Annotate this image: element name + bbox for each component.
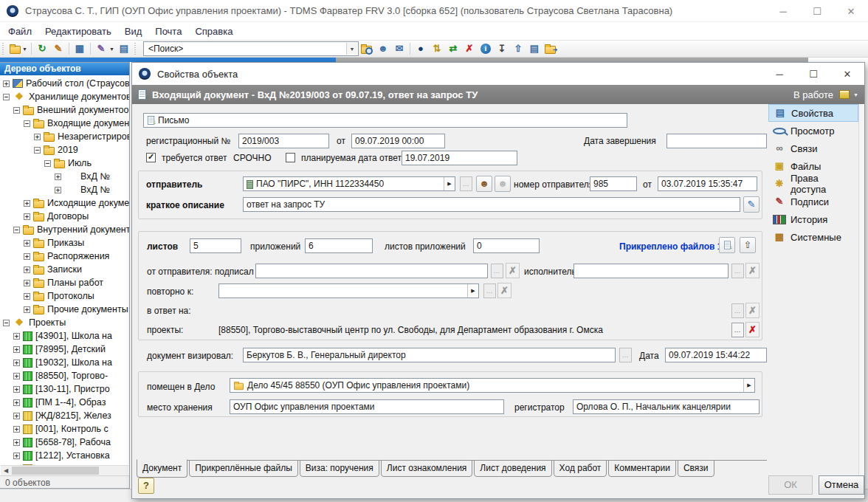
- registrar-field[interactable]: Орлова О. П., Начальник канцелярии: [573, 399, 760, 414]
- sender-edit-button[interactable]: ☻: [476, 176, 492, 192]
- sender-dropdown-icon[interactable]: ▶: [444, 177, 455, 190]
- tree-item[interactable]: +Протоколы: [0, 289, 130, 303]
- expander-icon[interactable]: +: [13, 386, 20, 393]
- attach-file-button[interactable]: ⇧: [740, 237, 756, 253]
- close-button[interactable]: ✕: [834, 0, 868, 22]
- dialog-maximize-button[interactable]: ☐: [796, 63, 830, 85]
- case-dropdown-icon[interactable]: ▶: [743, 379, 754, 392]
- tree-item[interactable]: −Июль: [0, 157, 130, 170]
- tree-item[interactable]: +Договоры: [0, 210, 130, 223]
- expander-icon[interactable]: +: [24, 293, 30, 300]
- expander-icon[interactable]: +: [3, 80, 10, 87]
- completion-date-field[interactable]: [666, 134, 767, 148]
- search-objects-button[interactable]: [359, 41, 375, 56]
- expander-icon[interactable]: −: [34, 147, 41, 154]
- sidebar-item-свойства[interactable]: ▤Свойства: [768, 104, 858, 122]
- tree-item[interactable]: +Распоряжения: [0, 250, 130, 263]
- attachments-field[interactable]: 6: [305, 238, 373, 253]
- tree-item[interactable]: +ВхД №: [0, 170, 130, 183]
- sender-browse-button[interactable]: …: [460, 176, 472, 191]
- search-mail-button[interactable]: ✉: [391, 41, 407, 56]
- signer-browse-button[interactable]: …: [491, 264, 503, 278]
- doc-type-field[interactable]: Письмо: [143, 113, 627, 128]
- projects-clear-button[interactable]: ✗: [745, 322, 760, 337]
- expander-icon[interactable]: +: [13, 426, 20, 433]
- sidebar-item-связи[interactable]: ∞Связи: [768, 140, 858, 157]
- tree-item[interactable]: +[5658-78], Рабоча: [0, 436, 130, 449]
- tree-item[interactable]: −❖Проекты: [0, 316, 130, 329]
- description-field[interactable]: ответ на запрос ТУ: [243, 197, 740, 212]
- edit-card-button[interactable]: ✎: [50, 41, 66, 56]
- tree-item[interactable]: +Планы работ: [0, 276, 130, 289]
- planned-date-field[interactable]: 19.07.2019: [402, 151, 517, 165]
- view-files-button[interactable]: [719, 237, 735, 253]
- storage-field[interactable]: ОУП Офис управления проектами: [230, 399, 504, 414]
- tree-item[interactable]: +[001], Контроль с: [0, 422, 130, 436]
- status-dropdown-icon[interactable]: ▼: [853, 92, 858, 97]
- doc-download-button[interactable]: ↧: [494, 41, 510, 56]
- tree-item[interactable]: +[ЖД/8215], Желез: [0, 409, 130, 422]
- expander-icon[interactable]: +: [24, 253, 30, 260]
- new-object-button[interactable]: ▼: [8, 41, 29, 56]
- export-button[interactable]: [542, 41, 559, 56]
- tree-item[interactable]: +[88550], Торгово-: [0, 369, 130, 382]
- tree-item[interactable]: +[1212], Установка: [0, 449, 130, 462]
- reply-clear-button[interactable]: ✗: [745, 303, 760, 318]
- executor-browse-button[interactable]: …: [731, 264, 744, 278]
- dropdown-arrow-icon[interactable]: ▼: [22, 47, 27, 52]
- upload-button[interactable]: ⇧: [510, 41, 526, 56]
- tree-item[interactable]: +Приказы: [0, 236, 130, 250]
- dialog-scrollbar[interactable]: [858, 104, 864, 475]
- tree-item[interactable]: +[ПМ 1--4], Образ: [0, 396, 130, 409]
- refresh-button[interactable]: ↻: [34, 41, 50, 56]
- planned-answer-checkbox[interactable]: [286, 153, 295, 162]
- reg-date-field[interactable]: 09.07.2019 00:00: [351, 134, 445, 148]
- menu-item-1[interactable]: Файл: [1, 24, 38, 39]
- sender-combo[interactable]: ПАО "ПИРС", ИНН 1122334450 ▶: [243, 176, 455, 191]
- reply-browse-button[interactable]: …: [731, 303, 744, 318]
- tree-item[interactable]: −Входящие документы: [0, 117, 130, 130]
- expander-icon[interactable]: +: [24, 200, 30, 207]
- delete-button[interactable]: ✗: [461, 41, 478, 56]
- expander-icon[interactable]: −: [3, 94, 10, 100]
- expander-icon[interactable]: +: [24, 240, 30, 247]
- expander-icon[interactable]: +: [13, 453, 20, 459]
- search-dropdown-icon[interactable]: ▼: [346, 43, 357, 55]
- expander-icon[interactable]: +: [13, 373, 20, 379]
- search-combo[interactable]: <Поиск>▼: [143, 41, 359, 56]
- case-combo[interactable]: Дело 45/45 88550 (ОУП Офис управления пр…: [230, 378, 755, 393]
- expander-icon[interactable]: +: [13, 346, 20, 353]
- tree-item[interactable]: +[19032], Школа на: [0, 356, 130, 369]
- executor-clear-button[interactable]: ✗: [745, 263, 760, 278]
- tree-horizontal-scrollbar[interactable]: ◀: [1, 465, 128, 475]
- endorsed-browse-button[interactable]: …: [619, 348, 632, 362]
- repeat-clear-button[interactable]: ✗: [497, 283, 512, 298]
- expander-icon[interactable]: +: [55, 187, 61, 193]
- menu-item-4[interactable]: Почта: [148, 24, 188, 39]
- dropdown-arrow-icon[interactable]: ▼: [109, 47, 114, 52]
- ok-button[interactable]: ОК: [768, 475, 813, 495]
- dialog-minimize-button[interactable]: ─: [762, 63, 796, 85]
- reg-number-field[interactable]: 2019/003: [238, 134, 329, 148]
- tree-item[interactable]: −Внешний документооборот: [0, 103, 130, 117]
- scroll-left-icon[interactable]: ◀: [1, 466, 11, 475]
- expander-icon[interactable]: +: [55, 173, 61, 180]
- sheets-field[interactable]: 5: [190, 238, 241, 253]
- menu-item-5[interactable]: Справка: [188, 24, 239, 39]
- expander-icon[interactable]: −: [13, 227, 20, 233]
- sidebar-item-системные[interactable]: ▩Системные: [768, 228, 858, 246]
- endorsed-field[interactable]: Беркутов Б. В., Генеральный директор: [243, 348, 616, 362]
- expander-icon[interactable]: +: [24, 280, 30, 286]
- tree-item[interactable]: +Прочие документы: [0, 303, 130, 316]
- minimize-button[interactable]: ─: [766, 0, 800, 22]
- search-users-button[interactable]: ☻: [375, 41, 391, 56]
- tree-item[interactable]: +[43901], Школа на: [0, 329, 130, 343]
- menu-item-3[interactable]: Вид: [118, 24, 149, 39]
- projects-browse-button[interactable]: …: [731, 323, 744, 337]
- expander-icon[interactable]: +: [13, 333, 20, 340]
- expander-icon[interactable]: +: [13, 413, 20, 419]
- sender-date-field[interactable]: 03.07.2019 15:35:47: [658, 176, 757, 191]
- sender-card-button[interactable]: ☻: [495, 176, 511, 192]
- expander-icon[interactable]: +: [24, 267, 30, 273]
- sidebar-item-права-доступа[interactable]: ❋Права доступа: [768, 175, 858, 193]
